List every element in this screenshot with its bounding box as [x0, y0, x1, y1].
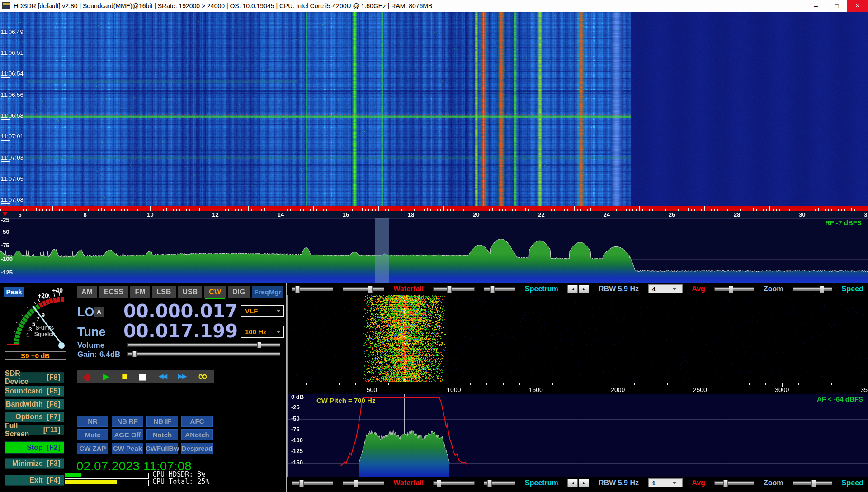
rf-frequency-ruler[interactable]: 68101214161820222426283032	[0, 206, 868, 218]
rbw-decrease-button[interactable]: ◄	[567, 285, 578, 293]
slider-thumb[interactable]	[723, 480, 728, 487]
slider-thumb[interactable]	[487, 480, 492, 487]
dsp-button-nr[interactable]: NR	[77, 416, 108, 427]
rbw-decrease-button[interactable]: ◄	[567, 479, 578, 487]
pause-icon[interactable]: ▮▮	[122, 373, 127, 380]
mode-button-lsb[interactable]: LSB	[152, 286, 176, 298]
control-slider[interactable]	[292, 481, 333, 485]
slider-thumb[interactable]	[368, 286, 373, 293]
rf-waterfall[interactable]: 11:06:4911:06:5111:06:5411:06:5611:06:58…	[0, 12, 868, 206]
maximize-button[interactable]: □	[826, 0, 847, 12]
stop-icon[interactable]: ■	[138, 372, 146, 381]
control-slider[interactable]	[343, 287, 384, 291]
control-slider[interactable]	[343, 481, 384, 485]
control-slider[interactable]	[714, 287, 754, 291]
rewind-icon[interactable]: ◀◀	[158, 373, 166, 380]
smeter-peak-button[interactable]: Peak	[4, 287, 24, 297]
control-slider[interactable]	[433, 481, 475, 485]
freqmgr-button[interactable]: FreqMgr	[252, 286, 283, 298]
close-button[interactable]: ×	[847, 0, 868, 12]
app-icon	[2, 2, 10, 9]
dsp-button-nb-rf[interactable]: NB RF	[112, 416, 143, 427]
dsp-button-mute[interactable]: Mute	[77, 429, 108, 440]
control-slider[interactable]	[484, 287, 515, 291]
af-spectrum[interactable]: 0 dB-25-50-75-100-125-150 CW Pitch = 700…	[288, 394, 868, 477]
af-waterfall-canvas[interactable]	[288, 295, 868, 382]
bandwidth-button[interactable]: Bandwidth[F6]	[5, 399, 64, 410]
af-frequency-scale[interactable]: 5001000150020002500300035	[288, 382, 868, 394]
slider-thumb[interactable]	[299, 480, 304, 487]
tune-frequency-display[interactable]: 00.017.199	[111, 322, 238, 340]
mode-button-dig[interactable]: DIG	[228, 286, 250, 298]
volume-slider[interactable]	[127, 343, 280, 347]
mode-button-ecss[interactable]: ECSS	[99, 286, 128, 298]
dsp-button-cw-zap[interactable]: CW ZAP	[77, 443, 108, 454]
dsp-button-cw-peak[interactable]: CW Peak	[112, 443, 143, 454]
loop-icon[interactable]: ∞	[198, 370, 208, 382]
control-slider[interactable]	[793, 287, 832, 291]
avg-count-select[interactable]: 1	[648, 478, 683, 487]
soundcard-button[interactable]: Soundcard[F5]	[5, 386, 64, 397]
mode-button-cw[interactable]: CW	[204, 286, 226, 298]
options-button[interactable]: Options[F7]	[5, 412, 64, 422]
dsp-button-despread[interactable]: Despread	[181, 443, 213, 454]
control-slider[interactable]	[433, 287, 475, 291]
sdr-device-button[interactable]: SDR-Device[F8]	[5, 372, 64, 383]
tune-step-select[interactable]: 100 Hz	[241, 326, 284, 338]
volume-slider-thumb[interactable]	[257, 342, 261, 348]
stop-button[interactable]: Stop[F2]	[5, 441, 64, 454]
play-icon[interactable]: ▶	[103, 372, 110, 381]
dsp-button-agc-off[interactable]: AGC Off	[112, 429, 143, 440]
control-slider[interactable]	[484, 481, 515, 485]
control-slider[interactable]	[793, 481, 832, 485]
control-slider[interactable]	[292, 287, 333, 291]
rf-waterfall-canvas[interactable]	[0, 12, 868, 206]
slider-thumb[interactable]	[490, 286, 495, 293]
s-meter[interactable]: Peak S9 +0 dB	[1, 284, 75, 361]
rbw-increase-button[interactable]: ►	[579, 479, 589, 487]
dsp-button-cwfullbw[interactable]: CWFullBw	[146, 443, 178, 454]
rf-spectrum-canvas[interactable]	[0, 218, 868, 283]
gain-slider-thumb[interactable]	[132, 351, 137, 357]
exit-button[interactable]: Exit[F4]	[5, 475, 64, 486]
rbw-label: RBW 5.9 Hz	[599, 479, 639, 487]
full-screen-button[interactable]: Full Screen[F11]	[5, 425, 64, 435]
af-waterfall[interactable]	[288, 295, 868, 382]
fast-forward-icon[interactable]: ▶▶	[178, 373, 186, 380]
slider-thumb[interactable]	[811, 480, 816, 487]
slider-thumb[interactable]	[820, 286, 824, 293]
af-frequency-label: 2500	[693, 386, 707, 393]
dsp-button-nb-if[interactable]: NB IF	[146, 416, 178, 427]
control-slider[interactable]	[714, 481, 754, 485]
slider-thumb[interactable]	[729, 286, 733, 293]
mode-button-usb[interactable]: USB	[178, 286, 203, 298]
af-frequency-label: 500	[367, 386, 377, 393]
avg-count-select[interactable]: 4	[648, 284, 683, 293]
avg-count-value: 1	[652, 480, 656, 487]
smeter-value-readout: S9 +0 dB	[5, 351, 66, 360]
rf-spectrum[interactable]: -25-50-75-100-125 RF -7 dBFS	[0, 218, 868, 283]
dsp-button-afc[interactable]: AFC	[181, 416, 213, 427]
dsp-button-notch[interactable]: Notch	[146, 429, 178, 440]
lo-auto-button[interactable]: A	[94, 307, 104, 317]
slider-thumb[interactable]	[354, 480, 358, 487]
ruler-frequency-label: 6	[18, 211, 21, 218]
af-db-label: -150	[291, 459, 303, 465]
slider-thumb[interactable]	[295, 286, 300, 293]
mode-button-am[interactable]: AM	[77, 286, 97, 298]
dsp-button-anotch[interactable]: ANotch	[181, 429, 213, 440]
band-select[interactable]: VLF	[241, 305, 284, 317]
mode-button-fm[interactable]: FM	[130, 286, 150, 298]
rbw-increase-button[interactable]: ►	[579, 285, 589, 293]
maximize-icon: □	[835, 2, 839, 9]
slider-thumb[interactable]	[447, 286, 452, 293]
af-spectrum-canvas[interactable]	[288, 394, 868, 477]
minimize-button[interactable]: –	[806, 0, 826, 12]
gain-slider[interactable]	[127, 352, 280, 356]
gain-label: Gain:-6.4dB	[77, 350, 120, 359]
waterfall-label: Waterfall	[393, 285, 424, 293]
minimize-button[interactable]: Minimize[F3]	[5, 458, 64, 469]
record-icon[interactable]: ●	[83, 372, 91, 381]
slider-thumb[interactable]	[437, 480, 441, 487]
lo-frequency-display[interactable]: 00.000.017	[111, 302, 238, 320]
